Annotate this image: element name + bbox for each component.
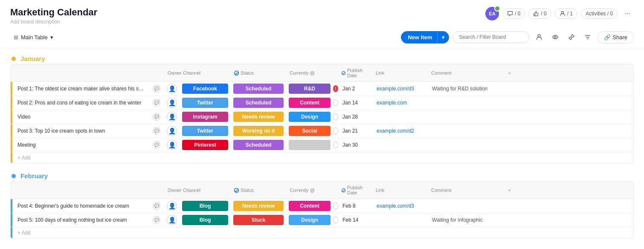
row-status[interactable]: Scheduled <box>231 82 286 96</box>
row-owner[interactable]: 👤 <box>164 140 180 150</box>
row-name[interactable]: Post 2: Pros and cons of eating ice crea… <box>12 96 149 109</box>
filter-btn[interactable] <box>581 31 594 43</box>
row-channel[interactable]: Pinterest <box>180 138 231 152</box>
row-channel[interactable]: Facebook <box>180 82 231 96</box>
add-row-btn[interactable]: + Add <box>11 227 633 238</box>
row-comment <box>428 143 505 147</box>
col-addcol-header[interactable]: + <box>505 67 520 79</box>
group-title[interactable]: February <box>20 172 48 180</box>
row-name[interactable]: Video <box>12 110 149 123</box>
row-chat[interactable]: 💬 <box>149 127 164 135</box>
main-table-label: Main Table <box>21 34 48 41</box>
row-channel[interactable]: Blog <box>180 213 231 227</box>
col-publish-header: Publish Date <box>338 182 372 199</box>
row-currently[interactable]: Social <box>286 124 333 138</box>
row-channel[interactable]: Instagram <box>180 110 231 124</box>
row-owner[interactable]: 👤 <box>164 112 180 122</box>
row-status[interactable]: Needs review <box>231 110 286 124</box>
row-currently[interactable] <box>286 138 333 152</box>
like-stat[interactable]: / 0 <box>528 9 551 19</box>
pin-btn[interactable] <box>565 31 578 43</box>
board-description[interactable]: Add board description <box>10 19 97 25</box>
row-status[interactable]: Scheduled <box>231 96 286 110</box>
toolbar: ⊞ Main Table ▾ New Item ▾ 🔗 Share <box>0 28 644 48</box>
search-input[interactable] <box>453 31 529 43</box>
person-filter-btn[interactable] <box>533 31 545 43</box>
add-row-btn[interactable]: + Add <box>11 152 633 163</box>
row-link[interactable]: example.com/d3 <box>372 201 428 211</box>
row-alert[interactable] <box>333 99 338 106</box>
person-stat[interactable]: / 1 <box>555 9 577 19</box>
row-link[interactable] <box>372 143 428 147</box>
new-item-button[interactable]: New Item <box>401 31 437 43</box>
row-chat[interactable]: 💬 <box>149 216 164 224</box>
col-item-header <box>12 187 149 194</box>
comment-stat[interactable]: / 0 <box>502 9 525 19</box>
col-chat-header <box>149 187 164 194</box>
row-status[interactable]: Stuck <box>231 213 286 227</box>
row-status[interactable]: Needs review <box>231 199 286 213</box>
row-chat[interactable]: 💬 <box>149 202 164 210</box>
row-publish-date: Jan 14 <box>338 98 372 107</box>
group-expand-icon[interactable] <box>10 55 17 62</box>
row-link[interactable]: example.com/d3 <box>372 84 428 93</box>
row-link[interactable]: example.com/d2 <box>372 126 428 136</box>
row-owner[interactable]: 👤 <box>164 84 180 94</box>
row-status[interactable]: Working on it <box>231 124 286 138</box>
row-currently[interactable]: R&D <box>286 82 333 96</box>
table-header: OwnerChannelStatusCurrently @Publish Dat… <box>11 64 633 82</box>
row-chat[interactable]: 💬 <box>149 113 164 121</box>
row-channel[interactable]: Twitter <box>180 96 231 110</box>
row-channel[interactable]: Blog <box>180 199 231 213</box>
row-alert[interactable] <box>333 142 338 148</box>
activities-btn[interactable]: Activities / 0 <box>581 9 618 19</box>
row-name[interactable]: Meeting <box>12 139 149 151</box>
eye-btn[interactable] <box>549 31 562 43</box>
row-chat[interactable]: 💬 <box>149 141 164 149</box>
col-addcol-header[interactable]: + <box>505 184 520 196</box>
row-chat[interactable]: 💬 <box>149 99 164 107</box>
comment-count: / 0 <box>515 11 520 17</box>
row-alert[interactable] <box>333 113 338 120</box>
content: JanuaryOwnerChannelStatusCurrently @Publ… <box>0 48 644 249</box>
row-alert[interactable] <box>333 127 338 134</box>
row-status[interactable]: Scheduled <box>231 138 286 152</box>
row-owner[interactable]: 👤 <box>164 126 180 136</box>
row-alert[interactable] <box>333 217 338 223</box>
svg-point-9 <box>342 188 345 192</box>
person-filter-icon <box>536 34 542 41</box>
svg-point-2 <box>553 35 558 39</box>
row-currently[interactable]: Design <box>286 110 333 124</box>
row-link[interactable] <box>372 115 428 119</box>
svg-point-3 <box>554 36 556 38</box>
row-owner[interactable]: 👤 <box>164 215 180 225</box>
row-currently[interactable]: Design <box>286 213 333 227</box>
more-menu[interactable]: ··· <box>621 7 634 20</box>
toolbar-left: ⊞ Main Table ▾ <box>10 32 57 42</box>
row-alert[interactable] <box>333 203 338 209</box>
row-alert[interactable]: ! <box>333 85 338 92</box>
row-name[interactable]: Post 4: Beginner's guide to homemade ice… <box>12 200 149 212</box>
svg-point-8 <box>235 188 239 192</box>
row-name[interactable]: Post 1: The oldest ice cream maker alive… <box>12 82 149 95</box>
row-currently[interactable]: Content <box>286 199 333 213</box>
row-name[interactable]: Post 5: 100 days of eating nothing but i… <box>12 214 149 226</box>
avatar[interactable]: EA <box>485 7 499 20</box>
group-title[interactable]: January <box>20 55 45 62</box>
header-right: EA / 0 / 0 / 1 Activities / 0 ··· <box>485 7 634 20</box>
row-name[interactable]: Post 3: Top 10 ice cream spots in town <box>12 124 149 137</box>
col-comment-header: Comment <box>428 67 505 79</box>
row-link[interactable] <box>372 218 428 222</box>
row-comment: Waiting for R&D solution <box>428 84 505 93</box>
row-owner[interactable]: 👤 <box>164 201 180 211</box>
row-chat[interactable]: 💬 <box>149 85 164 93</box>
group-expand-icon[interactable] <box>10 173 17 180</box>
row-link[interactable]: example.com <box>372 98 428 107</box>
row-channel[interactable]: Twitter <box>180 124 231 138</box>
main-table-btn[interactable]: ⊞ Main Table ▾ <box>10 32 57 42</box>
row-owner[interactable]: 👤 <box>164 98 180 108</box>
new-item-dropdown[interactable]: ▾ <box>437 31 449 43</box>
row-currently[interactable]: Content <box>286 96 333 110</box>
table-header: OwnerChannelStatusCurrently @Publish Dat… <box>11 182 633 199</box>
share-button[interactable]: 🔗 Share <box>598 31 634 43</box>
